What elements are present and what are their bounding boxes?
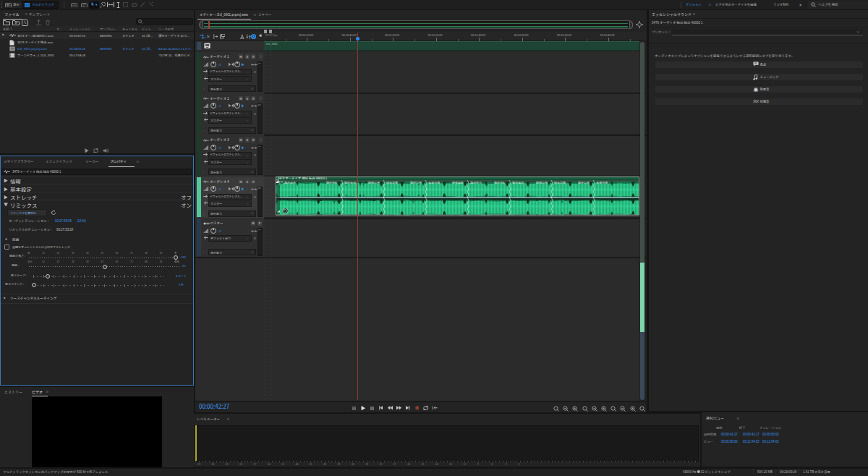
svg-text:趣味洗&: 趣味洗&: [494, 180, 505, 184]
svg-text:趣味公点: 趣味公点: [410, 180, 422, 184]
svg-text:超高品質: 超高品質: [386, 180, 398, 184]
svg-text:静岡公点: 静岡公点: [368, 180, 380, 184]
svg-text:趣味高め: 趣味高め: [344, 180, 356, 184]
svg-text:超高品質: 超高品質: [554, 180, 566, 184]
svg-text:趣味洗&: 趣味洗&: [326, 180, 337, 184]
svg-text:静岡公点: 静岡公点: [536, 180, 548, 184]
svg-text:趣味高永: 趣味高永: [284, 180, 296, 184]
svg-text:趣味公点: 趣味公点: [578, 180, 590, 184]
svg-text:静音高級: 静音高級: [452, 180, 464, 184]
svg-text:高速市場: 高速市場: [428, 180, 440, 184]
svg-text:趣味除冷: 趣味除冷: [470, 180, 482, 184]
svg-text:趣味高め: 趣味高め: [512, 180, 524, 184]
svg-text:高速市場: 高速市場: [596, 180, 608, 184]
